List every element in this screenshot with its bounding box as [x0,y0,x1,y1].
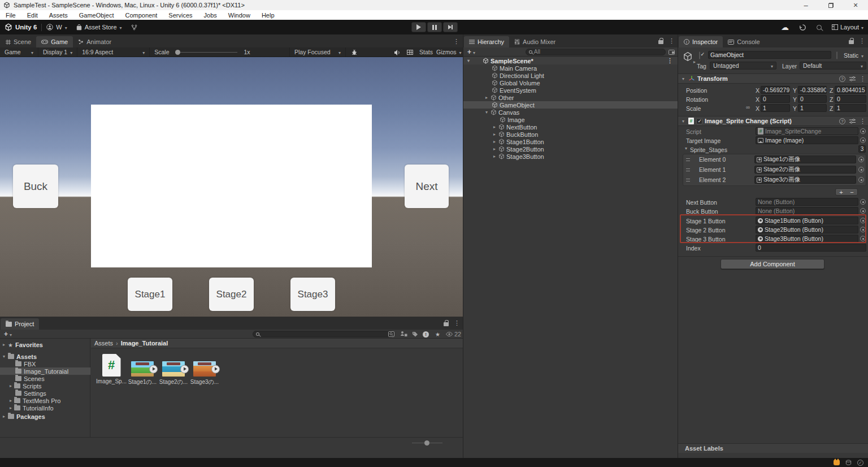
component-menu-icon[interactable] [860,75,866,83]
script-component-header[interactable]: Image_Sprite Change (Script) [678,116,868,126]
chevron-right-icon[interactable] [1,414,7,419]
chevron-right-icon[interactable] [8,398,14,403]
lock-icon[interactable] [658,40,663,44]
object-picker-icon[interactable] [860,236,866,241]
menu-file[interactable]: File [0,12,21,19]
menu-services[interactable]: Services [163,12,198,19]
chevron-down-icon[interactable] [680,119,686,124]
array-element-row[interactable]: Element 0 Stage1の画像 [683,154,866,165]
zoom-slider-knob[interactable] [424,440,429,446]
tree-folder-textmesh-pro[interactable]: TextMesh Pro [0,397,90,404]
tree-folder-tutorialinfo[interactable]: TutorialInfo [0,404,90,412]
tab-inspector[interactable]: Inspector [679,36,723,47]
tree-folder-scripts[interactable]: Scripts [0,382,90,390]
menu-jobs[interactable]: Jobs [198,12,223,19]
chevron-down-icon[interactable] [484,110,489,115]
position-z-field[interactable]: 0.8044015 [835,86,866,94]
menu-assets[interactable]: Assets [44,12,73,19]
index-field[interactable]: 0 [756,244,866,252]
position-x-field[interactable]: -0.569279 [761,86,790,94]
scale-slider-track[interactable] [175,52,237,53]
project-search-input[interactable] [261,331,390,337]
transform-header[interactable]: Transform [678,73,868,84]
hierarchy-item-selected[interactable]: GameObject [463,101,678,109]
tree-folder-image-tutoraial[interactable]: Image_Tutoraial [0,367,90,375]
breadcrumb-current[interactable]: Image_Tutoraial [121,340,168,347]
panel-menu-icon[interactable] [669,37,675,45]
undo-history-icon[interactable] [799,24,806,31]
hierarchy-item[interactable]: EventSystem [463,87,678,94]
tab-project[interactable]: Project [1,318,39,330]
tree-folder-settings[interactable]: Settings [0,390,90,397]
chevron-down-icon[interactable] [473,49,475,55]
tab-animator[interactable]: Animator [73,36,116,47]
object-picker-icon[interactable] [860,218,866,223]
lock-icon[interactable] [849,40,854,44]
tab-console[interactable]: Console [723,36,765,47]
favorites-star-icon[interactable] [435,331,440,338]
component-enabled-checkbox[interactable] [696,118,702,124]
tree-packages[interactable]: Packages [0,413,90,420]
position-y-field[interactable]: -0.335890 [798,86,827,94]
active-checkbox[interactable] [699,51,700,59]
stats-button[interactable]: Stats [419,49,433,55]
object-picker-icon[interactable] [858,157,864,162]
breadcrumb-assets[interactable]: Assets [94,340,113,347]
play-overlay-icon[interactable] [211,365,220,373]
layer-dropdown[interactable]: Default [800,62,866,70]
close-button[interactable] [843,0,868,10]
help-icon[interactable] [839,118,845,124]
stage3-button[interactable]: Stage3 [290,278,335,311]
project-search[interactable] [253,331,394,338]
stage1-button[interactable]: Stage1 [128,278,172,311]
object-picker-icon[interactable] [860,208,866,214]
element2-field[interactable]: Stage3の画像 [754,176,856,184]
target-image-field[interactable]: Image (Image) [756,136,858,144]
scene-row[interactable]: SampleScene* [463,57,678,64]
tab-hierarchy[interactable]: Hierarchy [464,36,509,47]
panel-menu-icon[interactable] [859,37,865,45]
file-image-sprite-script[interactable]: Image_Sp... [96,354,127,384]
object-picker-icon[interactable] [860,128,866,134]
progress-check-icon[interactable] [857,460,863,466]
thumbnail-zoom-slider[interactable] [412,443,442,443]
static-checkbox[interactable] [836,51,837,59]
cloud-icon[interactable] [781,23,789,32]
element1-field[interactable]: Stage2の画像 [754,166,856,174]
add-component-button[interactable]: Add Component [721,259,824,269]
asset-store-dropdown[interactable]: Asset Store [72,24,127,31]
mute-audio-icon[interactable] [394,50,400,55]
hierarchy-item[interactable]: Stage1Button [463,138,678,145]
step-button[interactable] [443,22,458,32]
game-view-dropdown[interactable]: Game [0,47,38,57]
rotation-z-field[interactable]: 0 [835,95,866,103]
save-search-icon[interactable] [388,331,394,337]
hierarchy-item[interactable]: Other [463,94,678,101]
play-focused-dropdown[interactable]: Play Focused [289,47,346,57]
lock-icon[interactable] [444,322,449,326]
hierarchy-item[interactable]: NextButton [463,123,678,131]
chevron-right-icon[interactable] [492,146,497,152]
panel-menu-icon[interactable] [453,38,459,45]
chevron-right-icon[interactable] [492,124,497,129]
hierarchy-item[interactable]: Stage3Button [463,153,678,160]
hierarchy-item[interactable]: BuckButton [463,131,678,138]
tree-assets-root[interactable]: Assets [0,353,90,360]
array-element-row[interactable]: Element 2 Stage3の画像 [683,175,866,185]
display-dropdown[interactable]: Display 1 [38,47,77,57]
hierarchy-item[interactable]: Global Volume [463,79,678,87]
hierarchy-item[interactable]: Main Camera [463,64,678,72]
scene-menu-icon[interactable] [667,57,673,64]
play-button[interactable] [411,22,426,32]
vsync-grid-icon[interactable] [407,50,413,55]
chevron-down-icon[interactable] [10,331,12,338]
next-button[interactable]: Next [405,165,449,208]
gizmos-dropdown[interactable]: Gizmos [436,49,462,55]
drag-handle-icon[interactable] [686,158,690,161]
open-new-window-icon[interactable] [669,50,675,55]
hierarchy-item[interactable]: Directional Light [463,72,678,79]
scale-z-field[interactable]: 1 [835,104,866,112]
scale-x-field[interactable]: 1 [761,104,790,112]
stage2-button-field[interactable]: Stage2Button (Button) [756,226,858,234]
add-element-button[interactable] [836,189,847,195]
